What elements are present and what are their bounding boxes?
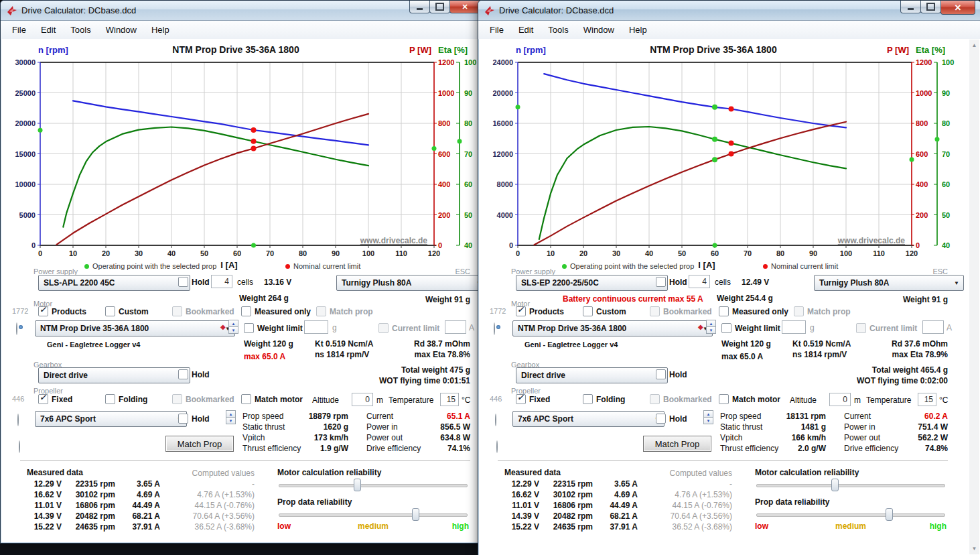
legend-current-limit: Nominal current limit: [763, 262, 838, 270]
fixed-checkbox[interactable]: Fixed: [38, 394, 72, 404]
watermark-link[interactable]: www.drivecalc.de: [289, 236, 427, 245]
motor-spinner[interactable]: ▲▼: [228, 320, 238, 334]
match-motor-checkbox[interactable]: Match motor: [241, 394, 303, 404]
measured-only-checkbox[interactable]: Measured only: [719, 306, 788, 316]
folding-checkbox[interactable]: Folding: [105, 394, 147, 404]
maximize-button[interactable]: [920, 1, 941, 13]
menu-help[interactable]: Help: [622, 22, 654, 38]
battery-select[interactable]: SLS-APL 2200 45C▼: [38, 275, 190, 291]
prop-spinner[interactable]: ▲▼: [703, 410, 713, 424]
prop-reliability-slider[interactable]: [756, 507, 945, 521]
prop-reliability-slider[interactable]: [279, 507, 468, 521]
cells-input[interactable]: [689, 275, 710, 288]
battery-select[interactable]: SLS-EP 2200-25/50C▼: [516, 275, 668, 291]
match-prop-button[interactable]: Match Prop: [165, 436, 234, 452]
menu-tools[interactable]: Tools: [63, 22, 98, 38]
motor-select[interactable]: NTM Prop Drive 35-36A 1800▼: [512, 320, 713, 336]
gearbox-select[interactable]: Direct drive▼: [38, 367, 190, 383]
gearbox-hold-checkbox[interactable]: Hold: [656, 369, 687, 379]
titlebar[interactable]: Drive Calculator: DCbase.dcd ✕: [478, 1, 980, 20]
temperature-input[interactable]: [440, 393, 459, 406]
motor-bookmarked-checkbox[interactable]: Bookmarked: [650, 306, 712, 316]
fixed-checkbox[interactable]: Fixed: [516, 394, 550, 404]
cells-input[interactable]: [211, 275, 232, 288]
menu-edit[interactable]: Edit: [511, 22, 541, 38]
match-motor-checkbox[interactable]: Match motor: [719, 394, 780, 404]
altitude-input[interactable]: [829, 393, 851, 406]
weight-limit-checkbox[interactable]: Weight limit: [244, 323, 303, 333]
checkbox-icon: [719, 306, 729, 316]
maximize-button[interactable]: [429, 1, 450, 13]
match-prop-checkbox[interactable]: Match prop: [794, 306, 851, 316]
weight-limit-input[interactable]: [304, 320, 328, 334]
slider-thumb[interactable]: [354, 479, 361, 491]
prop-slot2-radio[interactable]: [496, 440, 498, 453]
motor-bookmarked-checkbox[interactable]: Bookmarked: [172, 306, 234, 316]
current-limit-checkbox[interactable]: Current limit: [378, 323, 439, 333]
svg-text:10: 10: [547, 249, 555, 257]
menu-help[interactable]: Help: [144, 22, 177, 38]
menu-edit[interactable]: Edit: [33, 22, 63, 38]
prop-spinner[interactable]: ▲▼: [226, 410, 236, 424]
watermark-link[interactable]: www.drivecalc.de: [767, 236, 905, 245]
match-prop-checkbox[interactable]: Match prop: [316, 306, 373, 316]
vertical-scrollbar[interactable]: ▲ ▼: [969, 40, 979, 554]
current-limit-input[interactable]: [445, 320, 466, 334]
scroll-up-icon[interactable]: ▲: [972, 40, 977, 51]
slider-thumb[interactable]: [831, 479, 839, 491]
svg-text:0: 0: [916, 241, 920, 249]
altitude-input[interactable]: [352, 393, 373, 406]
menu-window[interactable]: Window: [576, 22, 622, 38]
motor-slot-radio[interactable]: [16, 322, 17, 335]
weight-limit-input[interactable]: [782, 320, 806, 334]
temperature-input[interactable]: [918, 393, 936, 406]
gearbox-select[interactable]: Direct drive▼: [516, 367, 668, 383]
prop-slot1-radio[interactable]: [495, 414, 496, 426]
prop-slot2-radio[interactable]: [19, 440, 20, 453]
current-limit-input[interactable]: [922, 320, 944, 334]
folding-checkbox[interactable]: Folding: [583, 394, 625, 404]
match-prop-button[interactable]: Match Prop: [643, 436, 711, 452]
svg-text:200: 200: [438, 211, 450, 219]
prop-hold-checkbox[interactable]: Hold: [656, 414, 687, 424]
slider-thumb[interactable]: [886, 508, 893, 521]
svg-text:5000: 5000: [19, 211, 36, 219]
menu-file[interactable]: File: [5, 22, 33, 38]
menu-window[interactable]: Window: [98, 22, 144, 38]
scroll-down-icon[interactable]: ▼: [972, 543, 977, 554]
close-button[interactable]: ✕: [940, 1, 975, 15]
motor-spinner[interactable]: ▲▼: [706, 320, 716, 334]
measured-only-checkbox[interactable]: Measured only: [241, 306, 311, 316]
esc-select[interactable]: Turnigy Plush 80A▼: [814, 275, 964, 291]
motor-slot-radio[interactable]: [494, 322, 495, 335]
menu-tools[interactable]: Tools: [541, 22, 575, 38]
prop-bookmarked-checkbox[interactable]: Bookmarked: [172, 394, 234, 404]
prop-slot1-radio[interactable]: [17, 414, 19, 426]
custom-checkbox[interactable]: Custom: [105, 306, 149, 316]
esc-select[interactable]: Turnigy Plush 80A▼: [336, 275, 485, 291]
prop-hold-checkbox[interactable]: Hold: [178, 414, 210, 424]
measured-voltage: 16.62 V: [27, 490, 62, 499]
gearbox-hold-checkbox[interactable]: Hold: [178, 369, 210, 379]
battery-hold-checkbox[interactable]: Hold: [656, 277, 687, 287]
weight-limit-checkbox[interactable]: Weight limit: [721, 323, 780, 333]
custom-checkbox[interactable]: Custom: [583, 306, 626, 316]
battery-hold-checkbox[interactable]: Hold: [178, 277, 210, 287]
svg-text:90: 90: [464, 89, 472, 97]
menu-file[interactable]: File: [482, 22, 511, 38]
prop-bookmarked-checkbox[interactable]: Bookmarked: [650, 394, 712, 404]
motor-reliability-slider[interactable]: [756, 478, 945, 491]
minimize-button[interactable]: [900, 1, 921, 13]
close-button[interactable]: ✕: [449, 1, 480, 13]
titlebar[interactable]: Drive Calculator: DCbase.dcd ✕: [1, 1, 486, 20]
svg-text:0: 0: [438, 241, 442, 249]
prop-select[interactable]: 7x6 APC Sport▼: [35, 411, 187, 427]
motor-select[interactable]: NTM Prop Drive 35-36A 1800▼: [35, 320, 235, 336]
products-checkbox[interactable]: Products: [38, 306, 86, 316]
current-limit-checkbox[interactable]: Current limit: [856, 323, 917, 333]
slider-thumb[interactable]: [412, 508, 419, 521]
minimize-button[interactable]: [409, 1, 430, 13]
motor-reliability-slider[interactable]: [279, 478, 468, 491]
prop-select[interactable]: 7x6 APC Sport▼: [512, 411, 664, 427]
products-checkbox[interactable]: Products: [516, 306, 564, 316]
